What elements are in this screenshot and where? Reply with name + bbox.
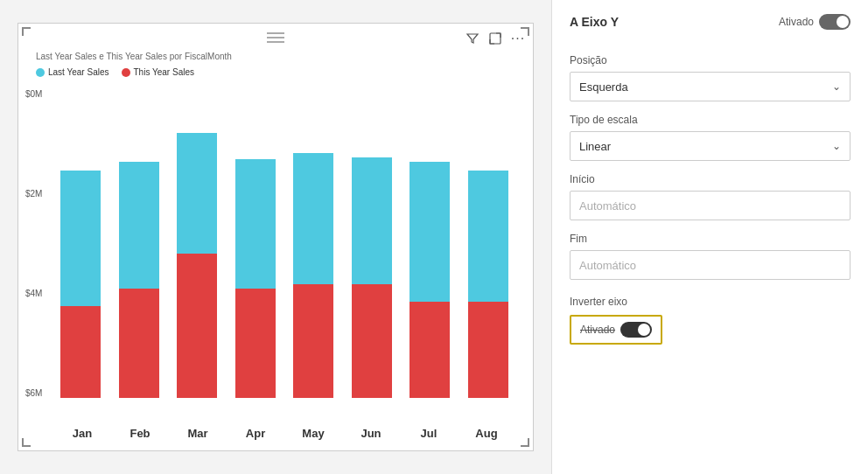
x-axis: JanFebMarAprMayJunJulAug xyxy=(53,427,515,440)
legend-item-this-year: This Year Sales xyxy=(122,67,195,77)
bar-group-apr xyxy=(228,89,284,398)
scale-type-value: Linear xyxy=(579,140,611,153)
bar-red-apr xyxy=(235,289,276,398)
drag-handle[interactable] xyxy=(267,32,284,43)
bar-red-may xyxy=(293,284,333,398)
x-label-may: May xyxy=(284,427,342,440)
bar-cyan-aug xyxy=(468,171,508,302)
resize-handle-br[interactable] xyxy=(521,438,529,447)
x-label-jul: Jul xyxy=(400,427,458,440)
position-section: Posição Esquerda ⌄ xyxy=(570,54,850,101)
bar-group-jul xyxy=(402,89,458,398)
chart-area xyxy=(53,89,515,398)
settings-panel: A Eixo Y Ativado Posição Esquerda ⌄ Tipo… xyxy=(551,0,868,474)
bar-cyan-feb xyxy=(119,162,159,289)
x-label-apr: Apr xyxy=(227,427,284,440)
header-toggle-container: Ativado xyxy=(779,14,850,30)
end-section: Fim Automático xyxy=(570,233,850,280)
chart-container: ··· Last Year Sales e This Year Sales po… xyxy=(18,23,534,451)
bars-container xyxy=(53,89,515,398)
invert-axis-toggle[interactable] xyxy=(620,322,652,338)
header-toggle-label: Ativado xyxy=(779,16,814,28)
header-toggle[interactable] xyxy=(819,14,850,30)
bar-red-aug xyxy=(468,302,508,398)
x-label-jan: Jan xyxy=(53,427,111,440)
invert-axis-toggle-label: Ativado xyxy=(580,324,615,336)
bar-red-feb xyxy=(119,289,159,398)
bar-group-may xyxy=(286,89,341,398)
bar-group-jun xyxy=(345,89,400,398)
resize-handle-bl[interactable] xyxy=(22,438,31,447)
settings-title: A Eixo Y xyxy=(570,15,619,29)
start-input[interactable]: Automático xyxy=(570,191,850,220)
start-placeholder: Automático xyxy=(579,199,636,213)
end-placeholder: Automático xyxy=(579,259,636,272)
y-label-3: $6M xyxy=(25,388,42,398)
invert-axis-toggle-thumb xyxy=(638,324,650,336)
start-section: Início Automático xyxy=(570,173,850,220)
bar-red-mar xyxy=(177,254,217,398)
bar-group-mar xyxy=(170,89,225,398)
bar-group-aug xyxy=(461,89,516,398)
invert-axis-section: Inverter eixo Ativado xyxy=(570,296,850,345)
scale-type-section: Tipo de escala Linear ⌄ xyxy=(570,114,850,161)
legend-dot-this-year xyxy=(122,68,130,77)
bar-cyan-may xyxy=(293,153,333,284)
settings-header: A Eixo Y Ativado xyxy=(570,14,850,38)
invert-axis-toggle-box: Ativado xyxy=(570,315,662,345)
legend-label-last-year: Last Year Sales xyxy=(48,67,109,77)
position-chevron-icon: ⌄ xyxy=(832,80,841,93)
more-options-icon[interactable]: ··· xyxy=(510,31,526,46)
y-axis: $0M $2M $4M $6M xyxy=(25,89,42,398)
header-toggle-track xyxy=(819,14,850,30)
resize-handle-tl[interactable] xyxy=(22,27,31,36)
y-label-1: $2M xyxy=(25,189,42,199)
x-label-feb: Feb xyxy=(111,427,169,440)
position-value: Esquerda xyxy=(579,80,628,94)
chart-title: Last Year Sales e This Year Sales por Fi… xyxy=(36,52,232,61)
bar-group-feb xyxy=(112,89,167,398)
x-label-mar: Mar xyxy=(169,427,227,440)
svg-rect-0 xyxy=(490,33,500,44)
bar-cyan-jul xyxy=(410,162,450,302)
bar-cyan-jan xyxy=(60,171,101,306)
invert-axis-label: Inverter eixo xyxy=(570,296,850,308)
bar-group-jan xyxy=(53,89,108,398)
bar-red-jul xyxy=(410,302,450,398)
bar-red-jun xyxy=(352,284,392,398)
scale-type-select[interactable]: Linear ⌄ xyxy=(570,131,850,161)
bar-cyan-apr xyxy=(235,159,276,289)
y-label-2: $4M xyxy=(25,289,42,298)
header-toggle-thumb xyxy=(836,16,849,28)
y-label-0: $0M xyxy=(25,89,42,99)
scale-type-chevron-icon: ⌄ xyxy=(832,140,841,152)
legend-dot-last-year xyxy=(36,68,45,77)
legend-label-this-year: This Year Sales xyxy=(134,67,195,77)
position-select[interactable]: Esquerda ⌄ xyxy=(570,72,850,101)
end-input[interactable]: Automático xyxy=(570,250,850,280)
bar-cyan-jun xyxy=(352,157,392,284)
bar-red-jan xyxy=(60,306,101,398)
start-label: Início xyxy=(570,173,850,185)
filter-icon[interactable] xyxy=(465,31,480,46)
chart-panel: ··· Last Year Sales e This Year Sales po… xyxy=(0,0,551,474)
end-label: Fim xyxy=(570,233,850,245)
chart-legend: Last Year Sales This Year Sales xyxy=(36,67,194,77)
legend-item-last-year: Last Year Sales xyxy=(36,67,109,77)
x-label-jun: Jun xyxy=(342,427,400,440)
chart-toolbar: ··· xyxy=(465,31,526,46)
x-label-aug: Aug xyxy=(458,427,515,440)
scale-type-label: Tipo de escala xyxy=(570,114,850,126)
invert-axis-toggle-track xyxy=(620,322,652,338)
position-label: Posição xyxy=(570,54,850,66)
expand-icon[interactable] xyxy=(487,31,503,46)
bar-cyan-mar xyxy=(177,133,217,254)
